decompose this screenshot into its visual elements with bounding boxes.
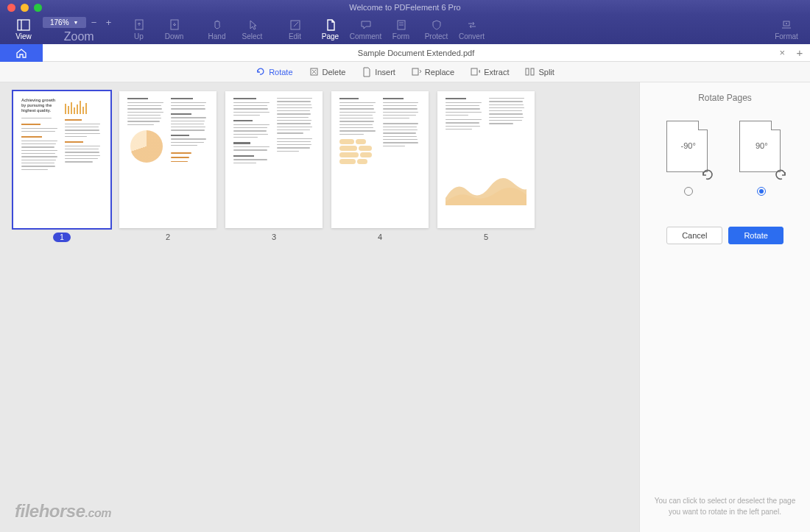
page-icon [324, 18, 337, 32]
delete-icon [309, 67, 319, 77]
svg-rect-15 [531, 68, 534, 75]
subtool-extract[interactable]: Extract [471, 67, 509, 77]
up-button[interactable]: Up [122, 15, 157, 44]
rotate-panel: Rotate Pages -90° 90° Cancel [639, 82, 810, 532]
convert-icon [465, 18, 479, 32]
zoom-out-button[interactable]: − [88, 16, 101, 29]
watermark-brand: filehorse [15, 501, 85, 521]
protect-button[interactable]: Protect [419, 15, 454, 44]
zoom-dropdown[interactable]: 176% ▼ [43, 17, 86, 28]
rotate-ccw-icon [700, 168, 715, 182]
watermark: filehorse.com [15, 501, 111, 522]
hand-icon [211, 18, 224, 32]
rotate-button[interactable]: Rotate [728, 227, 783, 244]
select-button[interactable]: Select [235, 15, 270, 44]
body: Achieving growth by pursuing the highest… [0, 82, 810, 532]
edit-icon [289, 18, 302, 32]
rotate-cw-icon [773, 168, 788, 182]
comment-icon [359, 18, 373, 32]
page-thumb-3[interactable] [225, 91, 323, 228]
rotate-neg90-option[interactable]: -90° [666, 121, 711, 196]
page-number-4: 4 [378, 233, 382, 241]
thumb1-title1: Achieving growth [21, 98, 60, 103]
document-tab-title: Sample Document Extended.pdf [358, 49, 474, 57]
split-icon [525, 67, 535, 77]
subtool-insert-label: Insert [375, 68, 395, 77]
watermark-domain: .com [85, 507, 111, 519]
comment-button[interactable]: Comment [348, 15, 384, 44]
page-number-5: 5 [484, 233, 488, 241]
thumb1-title3: highest quality. [21, 108, 60, 113]
edit-label: Edit [289, 32, 301, 40]
subtool-replace[interactable]: Replace [412, 67, 454, 77]
protect-icon [430, 18, 443, 32]
page-button[interactable]: Page [313, 15, 348, 44]
chevron-down-icon: ▼ [74, 20, 79, 25]
panel-hint: You can click to select or deselect the … [652, 495, 798, 522]
page-thumb-wrap: 3 [225, 91, 323, 241]
select-icon [246, 18, 259, 32]
page-number-3: 3 [272, 233, 276, 241]
page-thumb-wrap: 4 [331, 91, 429, 241]
edit-button[interactable]: Edit [278, 15, 313, 44]
page-thumb-wrap: 5 [437, 91, 535, 241]
svg-rect-13 [471, 68, 477, 75]
page-number-1: 1 [53, 233, 71, 242]
home-tab[interactable] [0, 44, 43, 62]
up-icon [133, 18, 146, 32]
page-number-2: 2 [166, 233, 170, 241]
rotate-pos90-option[interactable]: 90° [739, 121, 783, 196]
rotate-neg90-radio[interactable] [684, 187, 693, 196]
svg-rect-0 [18, 20, 29, 30]
rotate-pos90-radio[interactable] [757, 187, 766, 196]
insert-icon [362, 67, 371, 77]
cancel-button[interactable]: Cancel [666, 227, 722, 244]
subtool-rotate[interactable]: Rotate [256, 67, 292, 77]
subtool-split-label: Split [538, 68, 554, 77]
form-button[interactable]: Form [384, 15, 419, 44]
view-button[interactable]: View [6, 15, 41, 44]
add-tab-button[interactable]: + [789, 46, 810, 59]
rotate-neg90-label: -90° [666, 141, 711, 150]
document-tab[interactable]: Sample Document Extended.pdf × [43, 49, 789, 57]
close-tab-button[interactable]: × [779, 47, 785, 58]
zoom-label: Zoom [64, 30, 94, 43]
page-thumb-wrap: 2 [119, 91, 216, 241]
view-icon [17, 18, 30, 32]
down-button[interactable]: Down [157, 15, 192, 44]
subtool-split[interactable]: Split [525, 67, 554, 77]
hand-label: Hand [208, 32, 226, 40]
subtool-replace-label: Replace [425, 68, 454, 77]
up-label: Up [134, 32, 144, 40]
page-thumb-4[interactable] [331, 91, 429, 228]
replace-icon [412, 67, 421, 77]
protect-label: Protect [425, 32, 448, 40]
convert-label: Convert [459, 32, 485, 40]
page-thumb-2[interactable] [119, 91, 216, 228]
rotate-icon [256, 67, 265, 77]
panel-hint-line2: you want to rotate in the left panel. [652, 506, 798, 517]
convert-button[interactable]: Convert [454, 15, 490, 44]
panel-hint-line1: You can click to select or deselect the … [652, 495, 798, 506]
subtool-rotate-label: Rotate [269, 68, 292, 77]
page-thumb-5[interactable] [437, 91, 535, 228]
page-subtoolbar: Rotate Delete Insert Replace Extract Spl… [0, 62, 810, 82]
subtool-delete-label: Delete [323, 68, 346, 77]
format-button[interactable]: Format [769, 15, 804, 44]
zoom-in-button[interactable]: + [102, 16, 116, 29]
subtool-delete[interactable]: Delete [309, 67, 346, 77]
svg-rect-14 [526, 68, 529, 75]
home-icon [15, 48, 27, 58]
subtool-insert[interactable]: Insert [362, 67, 395, 77]
zoom-value: 176% [50, 18, 69, 26]
extract-icon [471, 67, 480, 77]
format-label: Format [775, 32, 798, 40]
tab-strip: Sample Document Extended.pdf × + [0, 44, 810, 62]
hand-button[interactable]: Hand [200, 15, 235, 44]
subtool-extract-label: Extract [484, 68, 509, 77]
page-thumb-1[interactable]: Achieving growth by pursuing the highest… [13, 91, 110, 228]
panel-title: Rotate Pages [652, 93, 798, 103]
page-label: Page [322, 32, 339, 40]
page-thumb-wrap: Achieving growth by pursuing the highest… [13, 91, 110, 242]
page-thumbnails-area: Achieving growth by pursuing the highest… [0, 82, 639, 532]
